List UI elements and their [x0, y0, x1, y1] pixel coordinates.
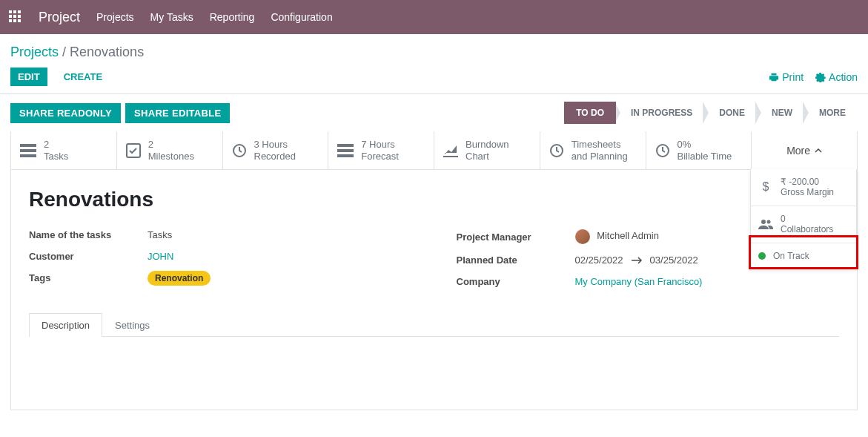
svg-rect-5 [337, 144, 354, 147]
tag-pill[interactable]: Renovation [148, 271, 211, 286]
stat-label: Chart [466, 151, 509, 162]
tab-description[interactable]: Description [29, 313, 102, 337]
stat-value: 2 [44, 139, 68, 151]
more-label: More [786, 145, 810, 157]
clock-icon [655, 143, 670, 158]
stat-timesheets[interactable]: Timesheetsand Planning [540, 131, 646, 169]
breadcrumb-current: Renovations [70, 45, 144, 59]
stat-label: Recorded [254, 151, 296, 162]
stat-billable[interactable]: 0%Billable Time [646, 131, 752, 169]
field-label: Tags [29, 272, 148, 283]
arrow-right-icon [631, 257, 643, 264]
print-label: Print [782, 71, 804, 83]
top-navbar: Project Projects My Tasks Reporting Conf… [0, 0, 868, 34]
stage-new[interactable]: NEW [760, 102, 804, 124]
float-label: Collaborators [781, 224, 833, 234]
users-icon [758, 218, 773, 230]
svg-rect-6 [337, 149, 354, 152]
float-value: ₹ -200.00 [781, 177, 834, 187]
breadcrumb-parent[interactable]: Projects [10, 45, 59, 59]
clock-icon [549, 143, 564, 158]
stat-label: Billable Time [677, 151, 732, 162]
svg-rect-1 [20, 149, 36, 152]
stat-value: 2 [148, 139, 194, 151]
stage-in-progress[interactable]: IN PROGRESS [619, 102, 704, 124]
breadcrumb: Projects / Renovations [10, 45, 858, 60]
form-card: 2Tasks 2Milestones 3 HoursRecorded 7 Hou… [10, 131, 858, 410]
record-title: Renovations [29, 188, 839, 211]
stat-label: Milestones [148, 151, 194, 162]
float-label: Gross Margin [781, 187, 834, 197]
stat-recorded[interactable]: 3 HoursRecorded [223, 131, 329, 169]
tasks-icon [337, 144, 354, 157]
more-dropdown-panel: $ ₹ -200.00Gross Margin 0Collaborators O… [750, 169, 857, 269]
chevron-up-icon [815, 148, 822, 153]
check-icon [126, 143, 141, 158]
breadcrumb-separator: / [62, 45, 70, 59]
stat-label: Forecast [361, 151, 399, 162]
field-label: Customer [29, 251, 148, 262]
stat-value: Burndown [466, 139, 509, 151]
stat-row: 2Tasks 2Milestones 3 HoursRecorded 7 Hou… [11, 131, 857, 170]
stat-milestones[interactable]: 2Milestones [117, 131, 223, 169]
stat-tasks[interactable]: 2Tasks [11, 131, 117, 169]
manager-name: Mitchell Admin [597, 231, 659, 242]
tab-settings[interactable]: Settings [102, 313, 162, 337]
action-button[interactable]: Action [815, 71, 858, 83]
nav-configuration[interactable]: Configuration [271, 11, 332, 23]
svg-point-11 [767, 220, 771, 224]
field-label: Project Manager [457, 231, 575, 243]
collaborators-item[interactable]: 0Collaborators [751, 206, 856, 243]
stat-more-toggle[interactable]: More [752, 131, 857, 169]
stat-value: 7 Hours [361, 139, 399, 151]
print-icon [769, 72, 779, 82]
stat-label: Tasks [44, 151, 68, 162]
money-icon: $ [758, 180, 773, 194]
field-company: Company My Company (San Francisco) [457, 276, 840, 287]
nav-projects[interactable]: Projects [96, 11, 134, 23]
field-value: Tasks [148, 229, 172, 240]
date-end: 03/25/2022 [650, 254, 698, 266]
app-brand: Project [39, 10, 80, 25]
field-label: Name of the tasks [29, 229, 148, 240]
nav-my-tasks[interactable]: My Tasks [150, 11, 193, 23]
stat-forecast[interactable]: 7 HoursForecast [328, 131, 434, 169]
stat-value: Timesheets [572, 139, 628, 151]
customer-link[interactable]: JOHN [148, 251, 173, 262]
action-label: Action [829, 71, 858, 83]
date-start: 02/25/2022 [575, 254, 623, 266]
apps-launcher-icon[interactable] [9, 10, 22, 24]
share-editable-button[interactable]: SHARE EDITABLE [125, 103, 230, 123]
field-value: Mitchell Admin [575, 229, 659, 244]
company-link[interactable]: My Company (San Francisco) [575, 276, 703, 287]
status-dot-icon [758, 252, 766, 260]
tab-content [29, 337, 839, 404]
avatar [575, 229, 590, 244]
stage-bar: TO DO IN PROGRESS DONE NEW MORE [564, 102, 858, 124]
field-label: Company [457, 276, 575, 287]
svg-rect-0 [20, 144, 36, 147]
stat-value: 3 Hours [254, 139, 296, 151]
field-name-of-tasks: Name of the tasks Tasks [29, 229, 412, 240]
stat-burndown[interactable]: BurndownChart [434, 131, 540, 169]
tasks-icon [20, 144, 36, 157]
stage-todo[interactable]: TO DO [564, 102, 616, 124]
clock-icon [232, 143, 247, 158]
stage-more[interactable]: MORE [807, 102, 858, 124]
field-label: Planned Date [457, 254, 575, 266]
status-item[interactable]: On Track [751, 243, 856, 269]
stage-done[interactable]: DONE [707, 102, 757, 124]
chart-icon [443, 144, 458, 157]
svg-point-10 [761, 220, 766, 224]
gross-margin-item[interactable]: $ ₹ -200.00Gross Margin [751, 169, 856, 206]
tab-bar: Description Settings [29, 312, 839, 337]
edit-button[interactable]: EDIT [10, 68, 47, 86]
stat-label: and Planning [572, 151, 628, 162]
share-readonly-button[interactable]: SHARE READONLY [10, 103, 121, 123]
create-button[interactable]: CREATE [56, 68, 110, 86]
left-column: Name of the tasks Tasks Customer JOHN Ta… [29, 229, 412, 298]
print-button[interactable]: Print [769, 71, 804, 83]
float-value: 0 [781, 214, 833, 224]
nav-reporting[interactable]: Reporting [210, 11, 255, 23]
float-value: On Track [773, 251, 809, 261]
